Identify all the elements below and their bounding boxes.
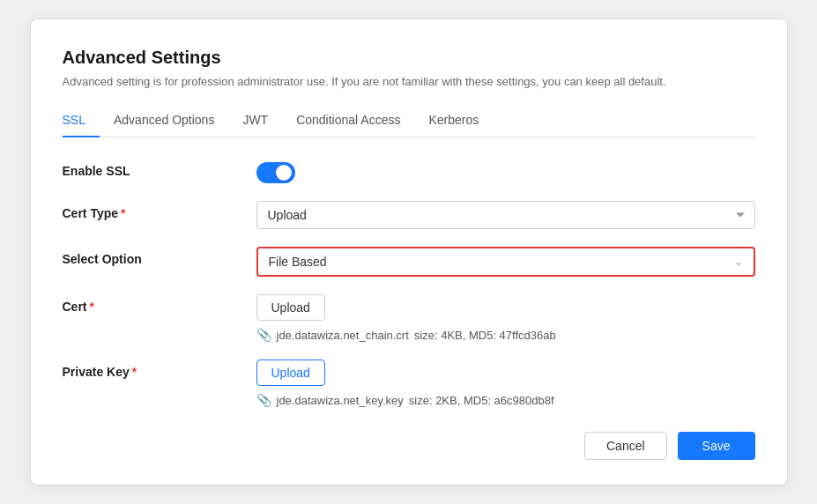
- tab-ssl[interactable]: SSL: [63, 106, 100, 137]
- tab-jwt[interactable]: JWT: [228, 106, 282, 137]
- cert-type-row: Cert Type* Upload: [63, 201, 755, 229]
- private-key-content: Upload 📎 jde.datawiza.net_key.key size: …: [256, 359, 755, 407]
- advanced-settings-dialog: Advanced Settings Advanced setting is fo…: [30, 19, 788, 485]
- cert-row: Cert* Upload 📎 jde.datawiza.net_chain.cr…: [63, 294, 755, 342]
- save-button[interactable]: Save: [678, 432, 755, 460]
- cert-type-content: Upload: [256, 201, 755, 229]
- cert-type-label: Cert Type*: [63, 201, 256, 220]
- dialog-subtitle: Advanced setting is for profession admin…: [63, 75, 755, 88]
- cert-upload-button[interactable]: Upload: [256, 294, 325, 321]
- tab-kerberos[interactable]: Kerberos: [414, 106, 493, 137]
- cert-content: Upload 📎 jde.datawiza.net_chain.crt size…: [256, 294, 755, 342]
- cert-type-select[interactable]: Upload: [256, 201, 755, 229]
- cert-type-select-wrap: Upload: [256, 201, 755, 229]
- select-option-value: File Based: [269, 255, 725, 269]
- private-key-file-info: 📎 jde.datawiza.net_key.key size: 2KB, MD…: [256, 393, 755, 407]
- select-option-content: File Based ⌄: [256, 247, 755, 277]
- cert-file-name: jde.datawiza.net_chain.crt: [277, 329, 409, 342]
- private-key-file-meta: size: 2KB, MD5: a6c980db8f: [409, 394, 554, 407]
- cert-required: *: [90, 300, 94, 314]
- enable-ssl-row: Enable SSL: [63, 159, 755, 183]
- tabs-bar: SSL Advanced Options JWT Conditional Acc…: [63, 106, 755, 137]
- select-option-label: Select Option: [63, 247, 256, 266]
- dialog-footer: Cancel Save: [63, 432, 755, 460]
- cert-file-info: 📎 jde.datawiza.net_chain.crt size: 4KB, …: [256, 328, 755, 342]
- private-key-row: Private Key* Upload 📎 jde.datawiza.net_k…: [63, 359, 755, 407]
- private-key-label: Private Key*: [63, 359, 256, 379]
- select-option-row: Select Option File Based ⌄: [63, 247, 755, 277]
- dialog-title: Advanced Settings: [63, 48, 755, 68]
- cert-type-required: *: [121, 206, 125, 220]
- cert-label: Cert*: [63, 294, 256, 314]
- private-key-file-name: jde.datawiza.net_key.key: [277, 394, 404, 407]
- cert-file-meta: size: 4KB, MD5: 47ffcd36ab: [414, 329, 556, 342]
- private-key-required: *: [132, 365, 137, 379]
- enable-ssl-toggle-wrap: [256, 159, 755, 183]
- tab-conditional-access[interactable]: Conditional Access: [282, 106, 414, 137]
- private-key-upload-button[interactable]: Upload: [256, 359, 325, 386]
- attachment-icon: 📎: [256, 328, 271, 342]
- chevron-down-icon: ⌄: [734, 256, 743, 268]
- attachment-icon-2: 📎: [256, 393, 271, 407]
- tab-advanced-options[interactable]: Advanced Options: [100, 106, 228, 137]
- enable-ssl-toggle[interactable]: [256, 162, 295, 183]
- cancel-button[interactable]: Cancel: [584, 432, 667, 460]
- enable-ssl-label: Enable SSL: [63, 159, 256, 178]
- select-option-dropdown[interactable]: File Based ⌄: [256, 247, 755, 277]
